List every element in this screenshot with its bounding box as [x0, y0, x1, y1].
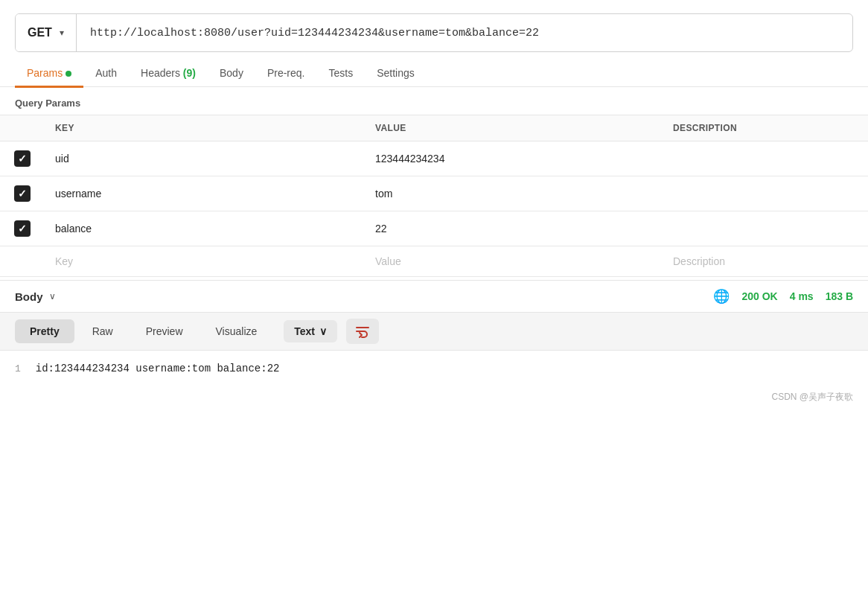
tab-tests[interactable]: Tests — [316, 60, 365, 86]
col-header-value: VALUE — [365, 115, 663, 141]
table-row: ✓ uid 123444234234 — [0, 141, 868, 176]
format-bar: Pretty Raw Preview Visualize Text ∨ — [0, 312, 868, 351]
row-3-value: 22 — [375, 223, 387, 235]
format-raw-button[interactable]: Raw — [77, 319, 128, 343]
placeholder-key: Key — [55, 255, 73, 267]
response-bar: Body ∨ 🌐 200 OK 4 ms 183 B — [0, 280, 868, 312]
table-row-placeholder: Key Value Description — [0, 246, 868, 277]
method-label: GET — [28, 26, 52, 39]
format-pretty-button[interactable]: Pretty — [15, 319, 74, 343]
params-dot — [66, 71, 71, 77]
tab-prereq[interactable]: Pre-req. — [255, 60, 317, 86]
row-2-key: username — [55, 188, 101, 200]
watermark: CSDN @吴声子夜歌 — [0, 386, 868, 411]
params-table: KEY VALUE DESCRIPTION ✓ uid 123444234234 — [0, 115, 868, 277]
row-3-checkbox[interactable]: ✓ — [14, 220, 31, 237]
format-visualize-button[interactable]: Visualize — [201, 319, 272, 343]
response-size: 183 B — [826, 290, 853, 302]
url-input[interactable] — [77, 27, 852, 39]
response-time: 4 ms — [790, 290, 814, 302]
wrap-icon — [355, 324, 370, 339]
response-meta: 🌐 200 OK 4 ms 183 B — [713, 288, 853, 304]
method-selector[interactable]: GET ▾ — [16, 14, 77, 51]
body-chevron-icon[interactable]: ∨ — [49, 291, 56, 302]
body-response-label: Body — [15, 290, 43, 303]
table-row: ✓ balance 22 — [0, 211, 868, 246]
method-chevron-icon: ▾ — [60, 28, 64, 38]
table-row: ✓ username tom — [0, 176, 868, 211]
placeholder-value: Value — [375, 255, 401, 267]
row-1-key: uid — [55, 153, 69, 165]
row-1-checkbox[interactable]: ✓ — [14, 150, 31, 167]
response-line-1-text: id:123444234234 username:tom balance:22 — [36, 363, 280, 374]
placeholder-desc: Description — [673, 255, 725, 267]
response-status: 200 OK — [741, 290, 777, 302]
row-2-value: tom — [375, 188, 392, 200]
row-2-checkbox[interactable]: ✓ — [14, 185, 31, 202]
col-header-description: DESCRIPTION — [663, 115, 868, 141]
col-header-key: KEY — [45, 115, 365, 141]
tab-headers[interactable]: Headers (9) — [129, 60, 208, 86]
response-content: 1id:123444234234 username:tom balance:22 — [0, 351, 868, 386]
wrap-button[interactable] — [346, 319, 379, 344]
tab-auth[interactable]: Auth — [83, 60, 129, 86]
tabs-bar: Params Auth Headers (9) Body Pre-req. Te… — [0, 60, 868, 87]
line-number-1: 1 — [15, 363, 21, 374]
format-preview-button[interactable]: Preview — [131, 319, 198, 343]
tab-body[interactable]: Body — [208, 60, 255, 86]
text-type-dropdown[interactable]: Text ∨ — [284, 320, 337, 342]
tab-params[interactable]: Params — [15, 60, 83, 86]
url-bar: GET ▾ — [15, 13, 853, 52]
row-1-value: 123444234234 — [375, 153, 444, 165]
row-3-key: balance — [55, 223, 92, 235]
text-type-label: Text — [294, 325, 315, 337]
section-query-params-label: Query Params — [0, 87, 868, 115]
headers-badge: (9) — [183, 67, 196, 79]
globe-icon: 🌐 — [713, 288, 730, 304]
text-type-chevron-icon: ∨ — [319, 325, 327, 337]
col-header-checkbox — [0, 115, 45, 141]
tab-settings[interactable]: Settings — [365, 60, 427, 86]
